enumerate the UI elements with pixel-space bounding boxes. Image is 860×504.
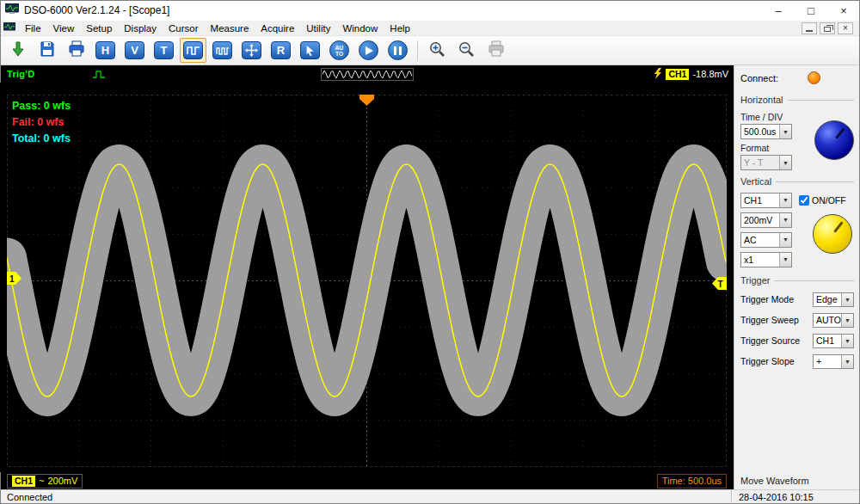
- time-div-label: Time / DIV: [740, 112, 792, 122]
- screen-copy-button[interactable]: [482, 38, 509, 63]
- trigger-setup-button[interactable]: T: [150, 38, 177, 63]
- connect-device-button[interactable]: [4, 38, 31, 63]
- timebase-readout: Time: 500.0us: [657, 474, 727, 489]
- menu-help[interactable]: Help: [384, 21, 416, 35]
- menu-acquire[interactable]: Acquire: [255, 21, 300, 35]
- trigger-sweep-label: Trigger Sweep: [740, 315, 813, 325]
- pause-button[interactable]: [384, 38, 411, 63]
- format-label: Format: [740, 143, 792, 153]
- menu-window[interactable]: Window: [336, 21, 384, 35]
- menu-measure[interactable]: Measure: [205, 21, 255, 35]
- maximize-icon[interactable]: □: [795, 0, 827, 21]
- coupling-select[interactable]: AC ▼: [740, 232, 792, 248]
- vertical-setup-button[interactable]: V: [121, 38, 148, 63]
- chevron-down-icon: ▼: [779, 233, 791, 247]
- volts-div-knob[interactable]: [813, 214, 852, 254]
- mdi-restore-icon[interactable]: [820, 22, 835, 34]
- chevron-down-icon: ▼: [779, 156, 791, 169]
- toolbar: H V T R AU TO: [0, 36, 860, 65]
- trigger-section-title: Trigger: [740, 275, 770, 286]
- print-button[interactable]: [63, 38, 89, 63]
- toolbar-separator: [417, 40, 418, 61]
- trigger-source-select[interactable]: CH1 ▼: [813, 334, 854, 348]
- ref-waveform-button[interactable]: [209, 38, 236, 63]
- scope-bottom-bar: CH1 ~ 200mV Time: 500.0us: [0, 472, 734, 489]
- trigger-section: Trigger Trigger Mode Edge ▼ Trigger Swee…: [740, 269, 854, 372]
- main-area: Trig'D CH1 -18.8mV: [0, 65, 860, 489]
- move-waveform-label: Move Waveform: [740, 472, 854, 488]
- trigger-mode-label: Trigger Mode: [740, 294, 813, 304]
- scope-document-icon: [3, 22, 15, 34]
- titlebar: DSO-6000 Ver2.1.24 - [Scope1] – □ ×: [0, 0, 860, 21]
- format-select[interactable]: Y - T ▼: [740, 155, 792, 170]
- mdi-close-icon[interactable]: ×: [838, 22, 853, 34]
- trigger-slope-label: Trigger Slope: [740, 356, 813, 366]
- h-letter-icon: H: [95, 41, 115, 59]
- record-button[interactable]: R: [267, 38, 294, 63]
- trig-preview-wave: [322, 71, 412, 78]
- chevron-down-icon: ▼: [779, 194, 791, 207]
- zoom-out-button[interactable]: [453, 38, 480, 63]
- time-div-knob[interactable]: [814, 120, 854, 160]
- app-icon: [5, 3, 19, 17]
- menu-view[interactable]: View: [47, 21, 81, 35]
- pass-count: Pass: 0 wfs: [12, 98, 71, 114]
- trig-status-bar: Trig'D CH1 -18.8mV: [0, 65, 734, 83]
- menu-setup[interactable]: Setup: [80, 21, 118, 35]
- chevron-down-icon: ▼: [841, 355, 853, 368]
- menu-display[interactable]: Display: [118, 21, 163, 35]
- volts-per-div-value: 200mV: [47, 476, 77, 486]
- time-div-select[interactable]: 500.0us ▼: [740, 124, 792, 139]
- trigger-level-marker[interactable]: T: [712, 277, 727, 290]
- trigger-mode-select[interactable]: Edge ▼: [813, 292, 854, 307]
- scope-wrap: 1 T Pass: 0 wfs Fail: 0 wfs Total: 0 wfs: [0, 83, 734, 472]
- menubar: File View Setup Display Cursor Measure A…: [0, 21, 860, 36]
- pass-fail-readout: Pass: 0 wfs Fail: 0 wfs Total: 0 wfs: [12, 98, 71, 147]
- menu-cursor[interactable]: Cursor: [163, 21, 205, 35]
- connect-button[interactable]: [808, 71, 820, 84]
- connect-arrow-icon: [9, 40, 27, 60]
- trigger-readout: CH1 -18.8mV: [654, 68, 728, 81]
- trigger-channel-badge: CH1: [666, 69, 689, 80]
- autoset-button[interactable]: AU TO: [326, 38, 353, 63]
- menu-file[interactable]: File: [19, 21, 47, 35]
- svg-text:1: 1: [9, 274, 15, 284]
- trigger-source-row: Trigger Source CH1 ▼: [740, 330, 854, 351]
- menu-utility[interactable]: Utility: [300, 21, 336, 35]
- close-icon[interactable]: ×: [827, 0, 860, 21]
- horizontal-setup-button[interactable]: H: [92, 38, 119, 63]
- trig-status-label: Trig'D: [7, 69, 35, 79]
- play-icon: [359, 40, 378, 60]
- trigger-level-value: -18.8mV: [692, 69, 728, 79]
- cursor-measure-button[interactable]: [297, 38, 323, 63]
- move-waveform-button[interactable]: [238, 38, 265, 63]
- run-button[interactable]: [355, 38, 382, 63]
- trigger-mode-row: Trigger Mode Edge ▼: [740, 289, 854, 310]
- zoom-in-button[interactable]: [424, 38, 451, 63]
- cursor-arrow-icon: [300, 41, 320, 59]
- v-letter-icon: V: [125, 41, 144, 59]
- volts-div-select[interactable]: 200mV ▼: [740, 212, 792, 228]
- scope-display: 1 T: [7, 95, 727, 467]
- onoff-checkbox-input[interactable]: [799, 195, 809, 206]
- waveform-display-button[interactable]: [180, 38, 206, 63]
- trigger-position-marker[interactable]: [359, 95, 374, 106]
- floppy-icon: [39, 40, 56, 60]
- trigger-sweep-select[interactable]: AUTO ▼: [813, 313, 854, 328]
- probe-select[interactable]: x1 ▼: [740, 252, 792, 267]
- double-pulse-icon: [212, 41, 232, 59]
- trigger-slope-select[interactable]: + ▼: [813, 354, 854, 369]
- channel-badge: CH1: [12, 476, 35, 487]
- window-controls: – □ ×: [762, 0, 860, 21]
- channel-onoff-checkbox[interactable]: ON/OFF: [799, 195, 846, 206]
- zoom-in-icon: [428, 40, 446, 61]
- printer-icon: [68, 40, 85, 60]
- horizontal-section: Horizontal Time / DIV 500.0us ▼ Format Y…: [740, 89, 854, 170]
- coupling-symbol: ~: [39, 476, 44, 486]
- channel-readout: CH1 ~ 200mV: [7, 474, 83, 489]
- minimize-icon[interactable]: –: [762, 0, 795, 21]
- mdi-minimize-icon[interactable]: [802, 22, 817, 34]
- screen-copy-icon: [488, 40, 505, 60]
- save-button[interactable]: [34, 38, 60, 63]
- channel-select[interactable]: CH1 ▼: [740, 193, 792, 208]
